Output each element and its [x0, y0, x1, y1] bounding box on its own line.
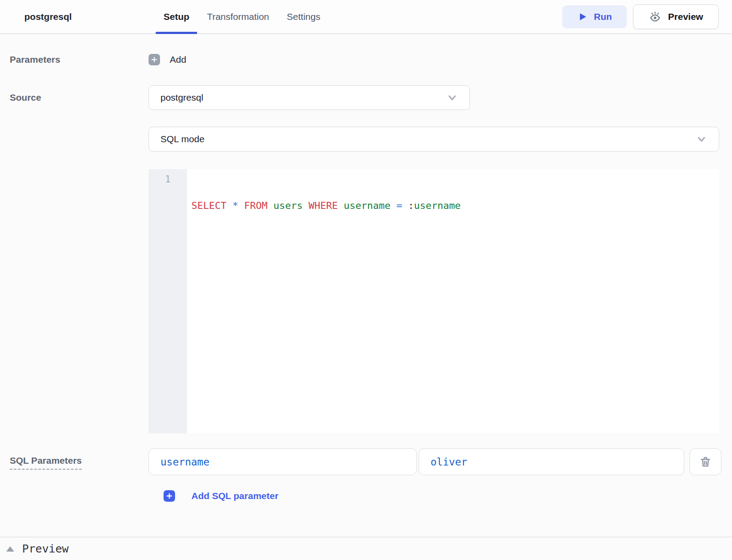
sql-parameters-label: SQL Parameters [10, 455, 82, 470]
add-sql-parameter-button[interactable]: Add SQL parameter [149, 490, 278, 502]
chevron-down-icon [446, 91, 459, 104]
editor-row: 1 SELECT * FROM users WHERE username = :… [0, 169, 732, 433]
editor-gutter: 1 [149, 169, 187, 433]
sql-parameter-value-input[interactable] [419, 448, 684, 475]
run-button[interactable]: Run [562, 5, 627, 28]
page-title: postgresql [0, 0, 156, 33]
source-label: Source [10, 92, 41, 102]
code-editor[interactable]: 1 SELECT * FROM users WHERE username = :… [149, 169, 719, 433]
delete-sql-parameter-button[interactable] [690, 448, 721, 475]
add-sql-parameter-row: Add SQL parameter [0, 488, 732, 504]
tab-setup[interactable]: Setup [156, 0, 197, 33]
line-number: 1 [149, 173, 187, 186]
triangle-up-icon [6, 546, 14, 552]
top-bar: postgresql Setup Transformation Settings… [0, 0, 732, 34]
run-button-label: Run [594, 11, 612, 22]
plus-icon [151, 56, 158, 63]
language-mode-select[interactable]: SQL mode [149, 127, 719, 151]
parameters-row: Parameters Add [0, 50, 732, 69]
add-parameter-button[interactable] [149, 54, 160, 65]
add-parameter-label[interactable]: Add [170, 54, 186, 65]
preview-panel-header[interactable]: Preview [0, 537, 732, 560]
tab-setup-label: Setup [164, 11, 189, 22]
tab-settings-label: Settings [287, 11, 320, 22]
sql-parameters-row: SQL Parameters [0, 448, 732, 475]
header-actions: Run Preview [562, 0, 732, 33]
source-select[interactable]: postgresql [149, 85, 470, 110]
trash-icon [699, 456, 712, 468]
sql-parameter-row [149, 448, 721, 475]
tab-bar: Setup Transformation Settings [156, 0, 328, 33]
mode-row: SQL mode [0, 127, 732, 151]
sql-parameter-name-input[interactable] [149, 448, 417, 475]
chevron-down-icon [695, 132, 708, 146]
tab-transformation[interactable]: Transformation [199, 0, 277, 33]
plus-icon [164, 490, 175, 502]
language-mode-value: SQL mode [160, 134, 205, 144]
parameters-label: Parameters [10, 54, 60, 64]
preview-button[interactable]: Preview [633, 4, 719, 29]
play-icon [577, 11, 588, 22]
active-tab-underline [156, 32, 197, 34]
tab-settings[interactable]: Settings [279, 0, 328, 33]
add-sql-parameter-label: Add SQL parameter [191, 491, 278, 501]
source-row: Source postgresql [0, 85, 732, 110]
source-select-value: postgresql [160, 92, 203, 103]
eye-icon [648, 10, 662, 23]
preview-button-label: Preview [668, 11, 703, 22]
code-area[interactable]: SELECT * FROM users WHERE username = :us… [187, 169, 719, 433]
tab-transformation-label: Transformation [207, 11, 269, 22]
preview-panel-label: Preview [22, 542, 69, 555]
code-line: SELECT * FROM users WHERE username = :us… [191, 199, 719, 212]
